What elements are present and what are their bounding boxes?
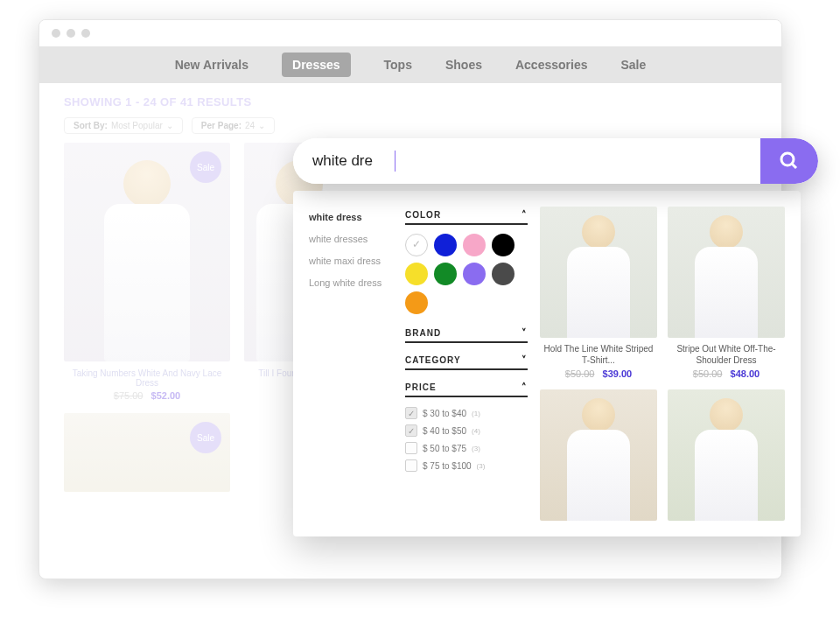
text-cursor <box>395 151 396 172</box>
checkbox-icon <box>405 424 417 437</box>
result-prices: $50.00 $48.00 <box>668 368 785 379</box>
old-price: $50.00 <box>693 368 723 379</box>
listing-filters: Sort By: Most Popular ⌄ Per Page: 24 ⌄ <box>64 117 757 134</box>
result-title: Stripe Out White Off-The-Shoulder Dress <box>668 343 785 366</box>
results-count: SHOWING 1 - 24 OF 41 RESULTS <box>64 95 757 109</box>
nav-shoes[interactable]: Shoes <box>445 58 482 72</box>
facet-brand-label: BRAND <box>405 328 441 338</box>
price-range-count: (4) <box>472 427 480 435</box>
chevron-down-icon: ⌄ <box>166 121 173 130</box>
suggestion-item[interactable]: white dress <box>309 207 393 228</box>
product-image: Sale <box>64 413 230 492</box>
search-dropdown: white dress white dresses white maxi dre… <box>293 191 801 536</box>
product-card[interactable]: Sale <box>64 413 230 492</box>
search-overlay: white dress white dresses white maxi dre… <box>293 138 818 536</box>
result-card[interactable] <box>668 389 785 521</box>
color-swatch-yellow[interactable] <box>405 263 428 285</box>
nav-dresses[interactable]: Dresses <box>282 53 351 77</box>
color-swatch-black[interactable] <box>492 234 514 256</box>
result-image <box>540 207 657 338</box>
main-nav: New Arrivals Dresses Tops Shoes Accessor… <box>39 46 781 83</box>
sort-by-value: Most Popular <box>111 121 163 130</box>
price-range-label: $ 40 to $50 <box>423 426 466 436</box>
new-price: $52.00 <box>151 390 181 401</box>
price-range-option[interactable]: $ 30 to $40 (1) <box>405 404 528 422</box>
result-card[interactable] <box>540 389 657 521</box>
price-range-label: $ 50 to $75 <box>423 444 466 453</box>
suggestion-list: white dress white dresses white maxi dre… <box>309 207 393 521</box>
search-button[interactable] <box>760 138 818 184</box>
price-range-count: (1) <box>472 410 480 417</box>
svg-line-1 <box>792 164 796 168</box>
facet-price-header[interactable]: PRICE ˄ <box>405 379 528 397</box>
chevron-down-icon: ˅ <box>522 327 528 339</box>
color-swatches <box>405 225 528 316</box>
old-price: $75.00 <box>114 390 144 401</box>
nav-accessories[interactable]: Accessories <box>515 58 588 72</box>
result-title: Hold The Line White Striped T-Shirt... <box>540 343 657 366</box>
color-swatch-charcoal[interactable] <box>492 263 514 285</box>
per-page-label: Per Page: <box>201 121 242 130</box>
result-image <box>540 389 657 521</box>
old-price: $50.00 <box>565 368 595 379</box>
price-range-option[interactable]: $ 75 to $100 (3) <box>405 457 528 474</box>
chevron-up-icon: ˄ <box>522 382 528 393</box>
product-card[interactable]: Sale Taking Numbers White And Navy Lace … <box>64 143 230 401</box>
nav-sale[interactable]: Sale <box>620 58 646 72</box>
per-page-value: 24 <box>245 121 255 130</box>
result-card[interactable]: Hold The Line White Striped T-Shirt... $… <box>540 207 657 379</box>
window-titlebar <box>39 20 781 46</box>
product-title: Taking Numbers White And Navy Lace Dress <box>64 368 230 388</box>
result-image <box>668 389 785 521</box>
facet-category-header[interactable]: CATEGORY ˅ <box>405 352 528 370</box>
per-page-select[interactable]: Per Page: 24 ⌄ <box>192 117 275 134</box>
chevron-down-icon: ⌄ <box>258 121 265 130</box>
suggestion-item[interactable]: white maxi dress <box>309 250 393 272</box>
search-bar <box>293 138 818 184</box>
color-swatch-green[interactable] <box>434 263 457 285</box>
suggestion-item[interactable]: white dresses <box>309 228 393 250</box>
price-range-label: $ 30 to $40 <box>423 409 466 418</box>
facet-panel: COLOR ˄ BRAND ˅ CATEGORY ˅ <box>405 207 528 521</box>
sort-by-select[interactable]: Sort By: Most Popular ⌄ <box>64 117 183 134</box>
traffic-light-close[interactable] <box>52 29 60 38</box>
color-swatch-blue[interactable] <box>434 234 457 256</box>
traffic-light-min[interactable] <box>66 29 75 38</box>
price-range-option[interactable]: $ 50 to $75 (3) <box>405 439 528 457</box>
color-swatch-purple[interactable] <box>463 263 486 285</box>
facet-price-label: PRICE <box>405 382 437 392</box>
traffic-light-max[interactable] <box>81 29 90 38</box>
new-price: $39.00 <box>603 368 633 379</box>
checkbox-icon <box>405 459 417 472</box>
facet-color-label: COLOR <box>405 210 441 220</box>
sale-badge: Sale <box>190 422 221 453</box>
suggestion-item[interactable]: Long white dress <box>309 272 393 294</box>
nav-tops[interactable]: Tops <box>384 58 412 72</box>
price-range-option[interactable]: $ 40 to $50 (4) <box>405 422 528 439</box>
result-image <box>668 207 785 338</box>
new-price: $48.00 <box>731 368 760 379</box>
price-range-count: (3) <box>477 462 486 470</box>
search-input[interactable] <box>293 138 760 184</box>
product-image: Sale <box>64 143 230 361</box>
price-range-count: (3) <box>472 445 480 452</box>
facet-color-header[interactable]: COLOR ˄ <box>405 207 528 225</box>
result-card[interactable]: Stripe Out White Off-The-Shoulder Dress … <box>668 207 785 379</box>
color-swatch-pink[interactable] <box>463 234 486 256</box>
price-ranges: $ 30 to $40 (1) $ 40 to $50 (4) $ 50 to … <box>405 397 528 474</box>
search-icon <box>779 151 800 172</box>
chevron-down-icon: ˅ <box>522 354 528 366</box>
price-range-label: $ 75 to $100 <box>423 461 472 471</box>
checkbox-icon <box>405 442 417 454</box>
nav-new-arrivals[interactable]: New Arrivals <box>175 58 248 72</box>
sort-by-label: Sort By: <box>74 121 108 130</box>
sale-badge: Sale <box>190 151 221 183</box>
facet-category-label: CATEGORY <box>405 355 461 365</box>
facet-brand-header[interactable]: BRAND ˅ <box>405 325 528 343</box>
checkbox-icon <box>405 407 417 419</box>
instant-results: Hold The Line White Striped T-Shirt... $… <box>540 207 785 521</box>
result-prices: $50.00 $39.00 <box>540 368 657 379</box>
product-prices: $75.00 $52.00 <box>64 390 230 401</box>
color-swatch-white[interactable] <box>405 234 428 256</box>
color-swatch-orange[interactable] <box>405 291 428 314</box>
